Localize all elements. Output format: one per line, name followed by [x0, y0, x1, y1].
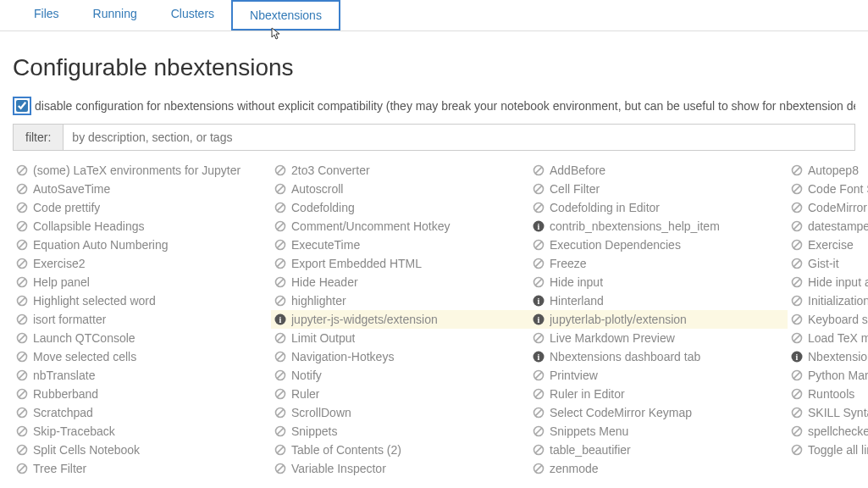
extension-label: Comment/Uncomment Hotkey: [291, 219, 451, 233]
extension-item[interactable]: Split Cells Notebook: [13, 441, 271, 459]
extension-item[interactable]: Notify: [271, 366, 529, 385]
extension-item[interactable]: Freeze: [529, 254, 788, 273]
filter-input[interactable]: [64, 125, 854, 150]
extension-item[interactable]: Live Markdown Preview: [529, 329, 788, 347]
extension-item[interactable]: Export Embedded HTML: [271, 254, 529, 273]
extension-item[interactable]: 2to3 Converter: [271, 161, 529, 180]
extension-item[interactable]: ijupyterlab-plotly/extension: [529, 310, 788, 329]
extension-label: Table of Contents (2): [291, 443, 401, 457]
extension-item[interactable]: Ruler in Editor: [529, 385, 788, 403]
disabled-icon: [791, 332, 803, 344]
extension-item[interactable]: Select CodeMirror Keymap: [529, 403, 788, 422]
info-icon: i: [791, 351, 803, 363]
disabled-icon: [274, 425, 286, 437]
extension-item[interactable]: Comment/Uncomment Hotkey: [271, 217, 529, 236]
disabled-icon: [274, 351, 286, 363]
tab-clusters[interactable]: Clusters: [154, 0, 231, 30]
svg-line-19: [277, 204, 284, 211]
svg-text:i: i: [538, 297, 540, 306]
extension-label: ScrollDown: [291, 406, 351, 419]
extension-label: Select CodeMirror Keymap: [550, 406, 692, 419]
extension-item[interactable]: AddBefore: [529, 161, 788, 180]
extension-label: CodeMirror mode extensions: [808, 201, 868, 214]
extension-item[interactable]: Code Font Size: [788, 180, 868, 198]
extension-item[interactable]: Hide Header: [271, 273, 529, 291]
extension-item[interactable]: Toggle all line numbers: [788, 441, 868, 459]
extension-item[interactable]: Help panel: [13, 273, 271, 291]
extension-label: Hide input: [550, 275, 603, 289]
disabled-icon: [791, 407, 803, 419]
extension-item[interactable]: (some) LaTeX environments for Jupyter: [13, 161, 271, 180]
extension-item[interactable]: Autoscroll: [271, 180, 529, 198]
extension-item[interactable]: icontrib_nbextensions_help_item: [529, 217, 788, 236]
extension-item[interactable]: iNbextensions dashboard tab: [529, 347, 788, 366]
extension-item[interactable]: Code prettify: [13, 198, 271, 217]
extension-item[interactable]: Equation Auto Numbering: [13, 236, 271, 254]
tab-nbextensions[interactable]: Nbextensions: [231, 0, 340, 30]
extension-item[interactable]: nbTranslate: [13, 366, 271, 385]
extension-item[interactable]: Highlight selected word: [13, 291, 271, 310]
svg-line-97: [19, 391, 25, 397]
extension-label: Code prettify: [33, 201, 100, 214]
extension-label: ExecuteTime: [291, 238, 360, 252]
extension-item[interactable]: Python Markdown: [788, 366, 868, 385]
svg-line-113: [19, 428, 25, 435]
extension-item[interactable]: isort formatter: [13, 310, 271, 329]
extension-item[interactable]: spellchecker: [788, 422, 868, 441]
extension-item[interactable]: ijupyter-js-widgets/extension: [271, 310, 529, 329]
extension-item[interactable]: Ruler: [271, 385, 529, 403]
tab-running[interactable]: Running: [76, 0, 154, 30]
svg-line-89: [19, 372, 25, 379]
extension-item[interactable]: Cell Filter: [529, 180, 788, 198]
extension-item[interactable]: Rubberband: [13, 385, 271, 403]
extension-item[interactable]: Autopep8: [788, 161, 868, 180]
extension-item[interactable]: Move selected cells: [13, 347, 271, 366]
extension-item[interactable]: Load TeX macros: [788, 329, 868, 347]
extension-item[interactable]: Snippets: [271, 422, 529, 441]
extension-item[interactable]: Hide input all: [788, 273, 868, 291]
extension-item[interactable]: iHinterland: [529, 291, 788, 310]
extension-item[interactable]: Exercise2: [13, 254, 271, 273]
extension-label: Toggle all line numbers: [808, 443, 868, 457]
extension-item[interactable]: Skip-Traceback: [13, 422, 271, 441]
extension-item[interactable]: Execution Dependencies: [529, 236, 788, 254]
extension-item[interactable]: Collapsible Headings: [13, 217, 271, 236]
extension-item[interactable]: AutoSaveTime: [13, 180, 271, 198]
extension-item[interactable]: Navigation-Hotkeys: [271, 347, 529, 366]
svg-line-11: [277, 186, 284, 192]
extension-item[interactable]: ExecuteTime: [271, 236, 529, 254]
extension-item[interactable]: Codefolding in Editor: [529, 198, 788, 217]
extension-item[interactable]: Scratchpad: [13, 403, 271, 422]
extension-item[interactable]: highlighter: [271, 291, 529, 310]
extension-item[interactable]: zenmode: [529, 459, 788, 478]
extension-label: Ruler: [291, 387, 319, 401]
extension-item[interactable]: Variable Inspector: [271, 459, 529, 478]
tab-files[interactable]: Files: [17, 0, 76, 30]
extension-item[interactable]: ScrollDown: [271, 403, 529, 422]
extension-item[interactable]: Table of Contents (2): [271, 441, 529, 459]
extension-item[interactable]: Limit Output: [271, 329, 529, 347]
extension-item[interactable]: Launch QTConsole: [13, 329, 271, 347]
extension-item[interactable]: Exercise: [788, 236, 868, 254]
extension-item[interactable]: Gist-it: [788, 254, 868, 273]
extension-item[interactable]: Hide input: [529, 273, 788, 291]
disabled-icon: [533, 425, 545, 437]
extension-item[interactable]: table_beautifier: [529, 441, 788, 459]
extension-label: Snippets Menu: [550, 424, 628, 438]
extension-item[interactable]: Snippets Menu: [529, 422, 788, 441]
disabled-icon: [791, 183, 803, 195]
extension-item[interactable]: Keyboard shortcut editor: [788, 310, 868, 329]
svg-line-129: [19, 465, 25, 472]
extension-item[interactable]: Runtools: [788, 385, 868, 403]
extension-item[interactable]: Codefolding: [271, 198, 529, 217]
extension-label: Help panel: [33, 275, 90, 289]
disable-compat-checkbox[interactable]: [16, 100, 28, 112]
extension-item[interactable]: Initialization cells: [788, 291, 868, 310]
svg-line-91: [277, 372, 284, 379]
extension-item[interactable]: CodeMirror mode extensions: [788, 198, 868, 217]
extension-item[interactable]: SKILL Syntax: [788, 403, 868, 422]
extension-item[interactable]: Printview: [529, 366, 788, 385]
extension-item[interactable]: Tree Filter: [13, 459, 271, 478]
extension-item[interactable]: datestamper: [788, 217, 868, 236]
extension-item[interactable]: iNbextensions edit menu item: [788, 347, 868, 366]
